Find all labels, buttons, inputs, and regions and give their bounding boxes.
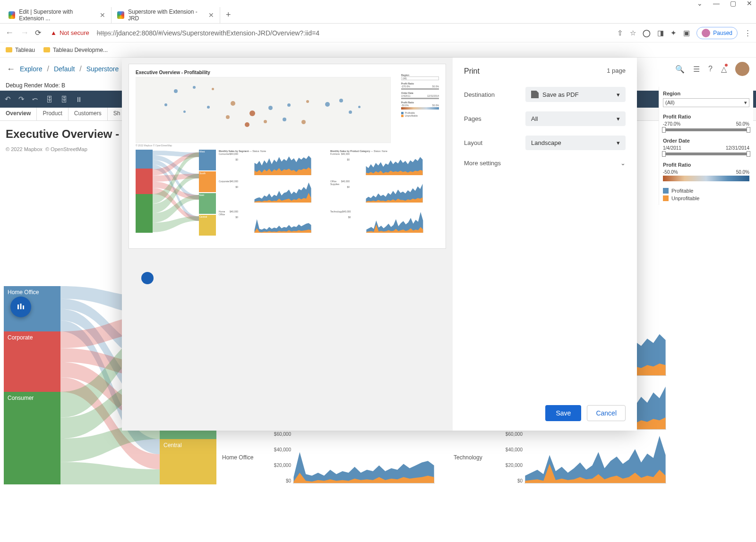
breadcrumb-explore[interactable]: Explore xyxy=(20,65,42,73)
device-icon[interactable]: ▣ xyxy=(683,29,690,37)
extension-icon[interactable]: ◨ xyxy=(657,29,664,37)
tab-close-icon[interactable]: ✕ xyxy=(208,11,214,19)
chevron-down-icon: ⌄ xyxy=(620,160,626,167)
area-label: Home Office xyxy=(222,454,269,461)
layout-label: Layout xyxy=(464,139,525,146)
filter-order-title: Order Date xyxy=(663,138,749,144)
notifications-icon[interactable]: △ xyxy=(721,65,727,74)
ratio2-max: 50.0% xyxy=(736,169,749,175)
new-tab-button[interactable]: + xyxy=(220,10,237,20)
url-field[interactable]: https://jdance2:8080/#/views/Superstorew… xyxy=(95,29,612,37)
area-yaxis: $60,000$40,000$20,000$0 xyxy=(269,432,293,483)
bookmark-label: Tableau xyxy=(15,47,35,53)
user-avatar[interactable] xyxy=(735,62,749,76)
order-min: 1/4/2011 xyxy=(663,145,681,151)
pages-select[interactable]: All ▾ xyxy=(525,111,626,126)
area-row[interactable]: Home Office$60,000$40,000$20,000$0 xyxy=(222,432,435,483)
circle-icon[interactable]: ◯ xyxy=(643,29,651,37)
pages-value: All xyxy=(531,115,538,122)
more-settings-toggle[interactable]: More settings ⌄ xyxy=(464,160,626,167)
pages-label: Pages xyxy=(464,115,525,122)
breadcrumb-superstore[interactable]: Superstore xyxy=(86,65,119,73)
chevron-down-icon: ▾ xyxy=(617,91,620,98)
bookmark-item[interactable]: Tableau xyxy=(6,47,35,53)
ratio-gradient xyxy=(663,176,749,181)
preview-map xyxy=(136,77,391,143)
order-slider[interactable] xyxy=(663,152,749,155)
pause-icon[interactable]: ⏸ xyxy=(75,95,82,103)
area-row[interactable]: Technology$60,000$40,000$20,000$0 xyxy=(454,432,666,483)
clipboard-icon[interactable]: ☰ xyxy=(693,65,700,74)
ratio-min: -270.0% xyxy=(663,121,680,127)
breadcrumb-default[interactable]: Default xyxy=(54,65,75,73)
save-button[interactable]: Save xyxy=(545,405,581,421)
filter-region-title: Region xyxy=(663,91,749,96)
print-dialog: Executive Overview - Profitability Regio… xyxy=(122,58,637,431)
reload-icon[interactable]: ⟳ xyxy=(35,28,41,37)
layout-select[interactable]: Landscape ▾ xyxy=(525,136,626,150)
destination-select[interactable]: Save as PDF ▾ xyxy=(525,87,626,102)
filter-ratio2-title: Profit Ratio xyxy=(663,162,749,168)
folder-icon xyxy=(43,47,50,52)
chevron-down-icon[interactable]: ⌄ xyxy=(697,0,703,7)
back-icon[interactable]: ← xyxy=(5,28,14,38)
security-indicator[interactable]: ▲ Not secure xyxy=(51,29,89,36)
filter-ratio-title: Profit Ratio xyxy=(663,114,749,119)
breadcrumb-sep: / xyxy=(79,65,81,73)
profile-paused-pill[interactable]: Paused xyxy=(696,27,738,39)
address-bar: ← → ⟳ ▲ Not secure https://jdance2:8080/… xyxy=(0,24,756,42)
chevron-down-icon: ▾ xyxy=(617,115,620,122)
db-icon[interactable]: 🗄 xyxy=(46,95,53,103)
tab-overview[interactable]: Overview xyxy=(0,108,37,120)
search-icon[interactable]: 🔍 xyxy=(675,65,685,74)
revert-icon[interactable]: ⤺ xyxy=(32,95,38,103)
print-page-count: 1 page xyxy=(607,67,626,76)
cancel-button[interactable]: Cancel xyxy=(587,405,626,421)
legend-swatch xyxy=(663,195,669,201)
tab-title: Superstore with Extension - JRD xyxy=(128,8,205,22)
bookmark-star-icon[interactable]: ☆ xyxy=(630,29,636,37)
preview-page: Executive Overview - Profitability Regio… xyxy=(129,64,446,248)
help-icon[interactable]: ? xyxy=(708,65,713,73)
preview-legend: Region (All) Profit Ratio -270.0%50.0% O… xyxy=(401,74,439,117)
destination-label: Destination xyxy=(464,91,525,98)
bookmark-item[interactable]: Tableau Developme... xyxy=(43,47,108,53)
browser-tab-active[interactable]: Superstore with Extension - JRD ✕ xyxy=(112,7,220,23)
ratio-slider[interactable] xyxy=(663,128,749,131)
bookmark-label: Tableau Developme... xyxy=(53,47,108,53)
legend-profitable[interactable]: Profitable xyxy=(663,188,749,194)
close-icon[interactable]: ✕ xyxy=(747,0,752,7)
puzzle-icon[interactable]: ✦ xyxy=(670,29,677,37)
filter-panel: Region (All)▾ Profit Ratio -270.0%50.0% … xyxy=(659,87,753,205)
preview-fab-icon xyxy=(141,272,154,284)
share-page-icon[interactable]: ⇧ xyxy=(617,29,623,37)
minimize-icon[interactable]: — xyxy=(713,0,720,7)
warning-icon: ▲ xyxy=(51,29,57,36)
kebab-menu-icon[interactable]: ⋮ xyxy=(744,29,751,37)
legend-unprofitable[interactable]: Unprofitable xyxy=(663,195,749,201)
chevron-down-icon: ▾ xyxy=(617,139,620,146)
filter-region-value: (All) xyxy=(665,100,675,106)
forward-icon[interactable]: → xyxy=(20,28,29,38)
print-settings-panel: Print 1 page Destination Save as PDF ▾ P… xyxy=(453,58,637,431)
back-arrow-icon[interactable]: ← xyxy=(7,64,15,74)
tab-product[interactable]: Product xyxy=(37,108,68,120)
tab-customers[interactable]: Customers xyxy=(69,108,108,120)
order-max: 12/31/2014 xyxy=(726,145,749,151)
bookmark-bar: Tableau Tableau Developme... xyxy=(0,42,756,58)
browser-tab[interactable]: Edit | Superstore with Extension ... ✕ xyxy=(3,7,112,23)
filter-region-select[interactable]: (All)▾ xyxy=(663,98,749,107)
undo-icon[interactable]: ↶ xyxy=(5,95,11,103)
assistant-fab[interactable] xyxy=(10,296,31,317)
redo-icon[interactable]: ↷ xyxy=(18,95,25,103)
tab-close-icon[interactable]: ✕ xyxy=(100,11,105,19)
destination-value: Save as PDF xyxy=(542,91,579,98)
maximize-icon[interactable]: ▢ xyxy=(730,0,736,7)
not-secure-label: Not secure xyxy=(60,29,89,36)
svg-rect-0 xyxy=(17,305,19,309)
print-preview-pane: Executive Overview - Profitability Regio… xyxy=(122,58,453,431)
more-label: More settings xyxy=(464,160,501,167)
db2-icon[interactable]: 🗄 xyxy=(60,95,68,103)
breadcrumb-sep: / xyxy=(47,65,49,73)
legend-swatch xyxy=(663,188,669,194)
